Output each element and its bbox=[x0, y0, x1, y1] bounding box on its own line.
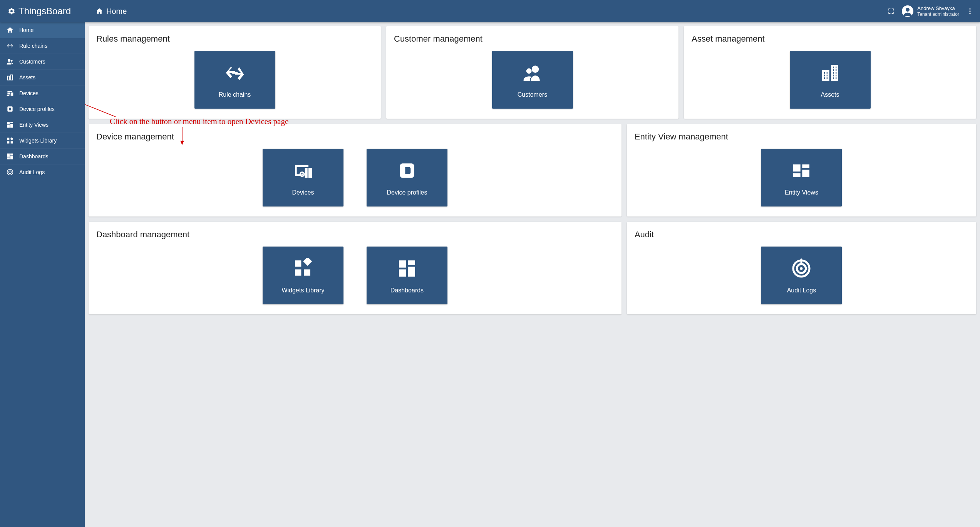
tile-label: Devices bbox=[292, 189, 314, 196]
svg-point-2 bbox=[969, 8, 970, 10]
svg-rect-37 bbox=[295, 269, 301, 275]
sidebar-item-device-profiles[interactable]: Device profiles bbox=[0, 101, 85, 117]
tile-label: Assets bbox=[821, 91, 839, 98]
rule-chains-icon bbox=[221, 61, 249, 84]
entity-views-icon bbox=[6, 121, 14, 129]
sidebar-item-audit-logs[interactable]: Audit Logs bbox=[0, 164, 85, 180]
svg-rect-33 bbox=[802, 170, 810, 177]
card-title: Rules management bbox=[96, 34, 373, 44]
svg-rect-40 bbox=[408, 260, 415, 265]
svg-rect-13 bbox=[7, 138, 10, 140]
card-device-management: Device management Devices Device profile… bbox=[89, 124, 622, 217]
svg-rect-11 bbox=[10, 124, 13, 128]
dashboards-icon bbox=[6, 153, 14, 160]
svg-rect-12 bbox=[7, 125, 10, 128]
svg-rect-42 bbox=[399, 269, 406, 277]
avatar-icon bbox=[902, 5, 913, 17]
sidebar-item-assets[interactable]: Assets bbox=[0, 70, 85, 86]
widgets-icon bbox=[289, 257, 317, 280]
svg-rect-8 bbox=[9, 108, 11, 111]
tile-label: Audit Logs bbox=[787, 287, 816, 294]
sidebar-item-home[interactable]: Home bbox=[0, 22, 85, 38]
sidebar-item-devices[interactable]: Devices bbox=[0, 86, 85, 101]
rule-chains-icon bbox=[6, 42, 14, 50]
svg-rect-10 bbox=[10, 122, 13, 123]
sidebar-item-label: Assets bbox=[19, 74, 35, 81]
brand-label: ThingsBoard bbox=[18, 6, 71, 17]
fullscreen-icon[interactable] bbox=[887, 7, 895, 15]
tile-devices[interactable]: Devices bbox=[263, 149, 343, 206]
card-audit: Audit Audit Logs bbox=[627, 222, 976, 314]
svg-rect-32 bbox=[802, 164, 810, 168]
assets-icon bbox=[6, 74, 14, 81]
breadcrumb: Home bbox=[85, 7, 127, 16]
tile-customers[interactable]: Customers bbox=[492, 51, 573, 109]
sidebar-item-widgets-library[interactable]: Widgets Library bbox=[0, 133, 85, 149]
sidebar-item-label: Entity Views bbox=[19, 122, 49, 128]
devices-icon bbox=[6, 89, 14, 97]
svg-point-4 bbox=[969, 13, 970, 14]
card-title: Audit bbox=[635, 230, 968, 240]
svg-rect-14 bbox=[10, 137, 13, 140]
device-profiles-icon bbox=[393, 159, 421, 182]
svg-rect-41 bbox=[408, 267, 415, 277]
tile-label: Dashboards bbox=[390, 287, 424, 294]
svg-rect-31 bbox=[793, 164, 801, 172]
svg-rect-18 bbox=[10, 154, 13, 156]
tile-dashboards[interactable]: Dashboards bbox=[367, 247, 447, 304]
sidebar-item-label: Audit Logs bbox=[19, 169, 45, 175]
home-icon bbox=[95, 7, 103, 15]
audit-logs-icon bbox=[787, 257, 815, 280]
customers-icon bbox=[519, 61, 546, 84]
tile-entity-views[interactable]: Entity Views bbox=[761, 149, 842, 206]
sidebar-item-customers[interactable]: Customers bbox=[0, 54, 85, 70]
customers-icon bbox=[6, 58, 14, 65]
card-asset-management: Asset management Assets bbox=[684, 26, 976, 119]
tile-label: Rule chains bbox=[219, 91, 251, 98]
tile-device-profiles[interactable]: Device profiles bbox=[367, 149, 447, 206]
tile-label: Customers bbox=[518, 91, 547, 98]
more-vert-icon[interactable] bbox=[966, 7, 974, 15]
brand[interactable]: ThingsBoard bbox=[0, 6, 85, 17]
sidebar-item-entity-views[interactable]: Entity Views bbox=[0, 117, 85, 133]
svg-rect-20 bbox=[7, 158, 10, 159]
topbar: ThingsBoard Home Andrew Shvayka Tenant a… bbox=[0, 0, 980, 22]
tile-widgets-library[interactable]: Widgets Library bbox=[263, 247, 343, 304]
sidebar-item-label: Rule chains bbox=[19, 43, 47, 49]
user-name: Andrew Shvayka bbox=[917, 5, 959, 12]
svg-point-3 bbox=[969, 10, 970, 12]
breadcrumb-label: Home bbox=[106, 7, 127, 16]
svg-rect-15 bbox=[7, 141, 10, 144]
svg-point-5 bbox=[8, 59, 10, 62]
home-icon bbox=[6, 26, 14, 34]
card-title: Dashboard management bbox=[96, 230, 614, 240]
devices-icon bbox=[289, 159, 317, 182]
svg-rect-16 bbox=[11, 141, 13, 144]
tile-audit-logs[interactable]: Audit Logs bbox=[761, 247, 842, 304]
card-title: Device management bbox=[96, 132, 614, 142]
user-role: Tenant administrator bbox=[917, 12, 959, 17]
sidebar-item-label: Home bbox=[19, 27, 34, 33]
tile-label: Device profiles bbox=[387, 189, 427, 196]
tile-label: Widgets Library bbox=[281, 287, 324, 294]
sidebar-item-rule-chains[interactable]: Rule chains bbox=[0, 38, 85, 54]
user-menu[interactable]: Andrew Shvayka Tenant administrator bbox=[902, 5, 959, 17]
svg-point-22 bbox=[9, 171, 12, 174]
audit-logs-icon bbox=[6, 168, 14, 176]
svg-point-27 bbox=[526, 68, 531, 74]
tile-assets[interactable]: Assets bbox=[790, 51, 871, 109]
main-content: Rules management Rule chains Customer ma… bbox=[85, 22, 980, 527]
sidebar-item-label: Customers bbox=[19, 59, 45, 65]
card-rules-management: Rules management Rule chains bbox=[89, 26, 381, 119]
sidebar: Home Rule chains Customers Assets Device… bbox=[0, 22, 85, 527]
svg-point-6 bbox=[11, 60, 13, 62]
svg-point-1 bbox=[906, 8, 910, 12]
card-title: Asset management bbox=[692, 34, 968, 44]
svg-rect-19 bbox=[10, 156, 13, 159]
sidebar-item-dashboards[interactable]: Dashboards bbox=[0, 149, 85, 164]
sidebar-item-label: Dashboards bbox=[19, 153, 49, 159]
svg-rect-38 bbox=[304, 269, 310, 275]
card-title: Customer management bbox=[394, 34, 671, 44]
tile-rule-chains[interactable]: Rule chains bbox=[194, 51, 275, 109]
entity-views-icon bbox=[787, 159, 815, 182]
